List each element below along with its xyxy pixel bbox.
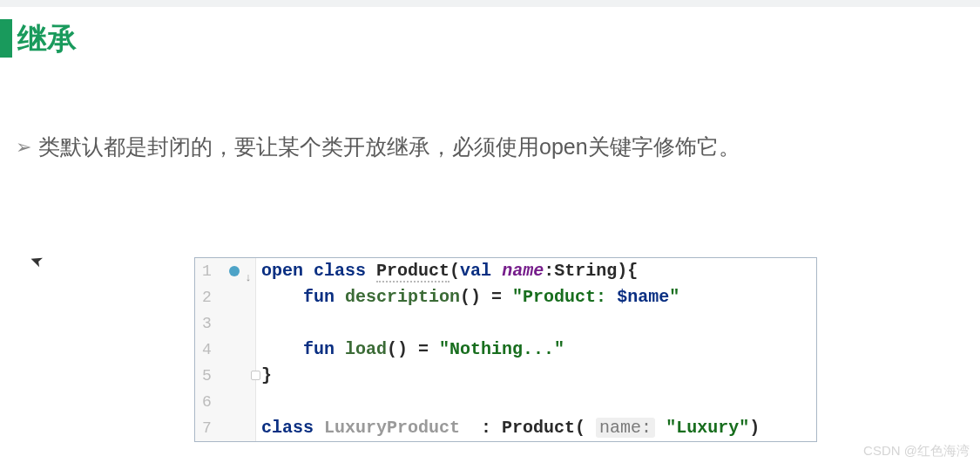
line-number: 5 <box>202 367 212 385</box>
code-area[interactable]: open class Product(val name:String){ fun… <box>256 258 816 441</box>
string: "Luxury" <box>655 418 749 438</box>
class-marker-icon <box>229 266 240 276</box>
type: :String <box>544 261 617 281</box>
fold-handle-icon[interactable] <box>251 371 260 380</box>
line-number: 1 <box>202 262 212 280</box>
fn-name: description <box>345 287 460 307</box>
heading-text: 继承 <box>12 19 77 58</box>
super-class: Product <box>502 418 575 438</box>
code-line <box>261 310 816 337</box>
heading-accent-bar <box>0 19 12 58</box>
kw-class: class <box>261 418 314 438</box>
string: " <box>669 287 679 307</box>
gutter-line: 5 <box>195 363 255 389</box>
param-hint: name: <box>596 418 655 438</box>
chevron-right-icon: ➢ <box>16 138 31 157</box>
code-gutter: 1 ↓ 2 3 4 5 6 7 <box>195 258 256 441</box>
code-line: open class Product(val name:String){ <box>261 258 816 284</box>
code-line: } <box>261 363 816 389</box>
line-number: 2 <box>202 289 212 306</box>
paren: ( <box>449 261 460 281</box>
code-line: fun load() = "Nothing..." <box>261 337 816 363</box>
kw-fun: fun <box>303 287 335 307</box>
line-number: 3 <box>202 315 212 332</box>
colon: : <box>460 418 502 438</box>
string: "Product: <box>512 287 617 307</box>
paren: ) <box>749 418 760 438</box>
top-strip <box>0 0 980 7</box>
gutter-line: 3 <box>195 310 255 337</box>
line-number: 4 <box>202 341 212 358</box>
string: "Nothing..." <box>439 339 564 359</box>
kw-val: val <box>460 261 491 281</box>
gutter-line: 4 <box>195 337 255 363</box>
watermark: CSDN @红色海湾 <box>863 443 970 460</box>
code-line: class LuxuryProduct : Product( name: "Lu… <box>261 415 816 441</box>
kw-class: class <box>314 261 366 281</box>
kw-fun: fun <box>303 339 335 359</box>
bullet-item: ➢ 类默认都是封闭的，要让某个类开放继承，必须使用open关键字修饰它。 <box>16 133 740 161</box>
gutter-line: 2 <box>195 284 255 310</box>
code-line: fun description() = "Product: $name" <box>261 284 816 310</box>
cursor-icon: ➤ <box>28 249 47 272</box>
code-line <box>261 389 816 415</box>
class-name: Product <box>376 261 449 283</box>
prop-name: name <box>502 261 544 281</box>
gutter-line: 6 <box>195 389 255 415</box>
brace: ){ <box>617 261 638 281</box>
gutter-line: 1 ↓ <box>195 258 255 284</box>
parens: () = <box>460 287 512 307</box>
kw-open: open <box>261 261 303 281</box>
heading: 继承 <box>0 19 77 58</box>
string-interp: $name <box>617 287 669 307</box>
gutter-line: 7 <box>195 415 255 441</box>
brace: } <box>261 365 272 385</box>
bullet-text: 类默认都是封闭的，要让某个类开放继承，必须使用open关键字修饰它。 <box>38 133 740 161</box>
paren: ( <box>575 418 596 438</box>
code-block: 1 ↓ 2 3 4 5 6 7 open class Product(val n… <box>194 257 817 442</box>
line-number: 6 <box>202 393 212 411</box>
fn-name: load <box>345 339 387 359</box>
parens: () = <box>387 339 439 359</box>
class-name: LuxuryProduct <box>324 418 460 438</box>
line-number: 7 <box>202 419 212 437</box>
